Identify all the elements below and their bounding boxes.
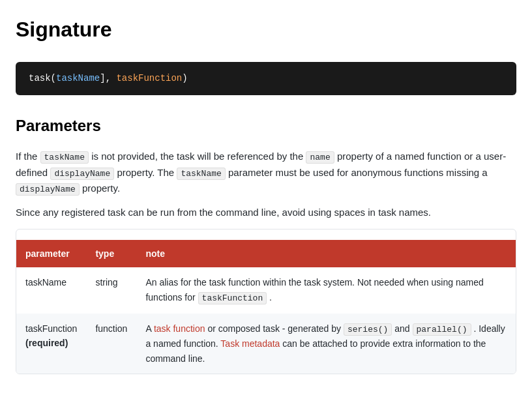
- task-metadata-link[interactable]: Task metadata: [220, 338, 280, 349]
- table-header: parameter type note: [16, 240, 516, 267]
- row2-note-mid: or composed task - generated by: [207, 323, 341, 334]
- params-table-container: parameter type note taskName string An a…: [16, 229, 516, 374]
- row2-param: taskFunction (required): [16, 314, 86, 374]
- description-line1: If the taskName is not provided, the tas…: [16, 149, 516, 197]
- col-note: note: [136, 240, 516, 267]
- desc-code-name: name: [306, 151, 334, 164]
- desc-code-taskname2: taskName: [177, 168, 225, 180]
- code-param2: taskFunction: [116, 73, 182, 83]
- signature-code-block: task(taskName], taskFunction): [16, 62, 516, 95]
- row2-note-mid2: and: [394, 323, 409, 334]
- row2-type: function: [86, 314, 136, 374]
- row2-note-code2: parallel(): [413, 323, 471, 336]
- parameters-heading: Parameters: [16, 113, 516, 138]
- description-block: If the taskName is not provided, the tas…: [16, 149, 516, 221]
- table-body: taskName string An alias for the task fu…: [16, 267, 516, 374]
- row1-note: An alias for the task function within th…: [136, 267, 516, 313]
- code-param1: taskName: [56, 73, 100, 83]
- row2-note-pre: A: [145, 323, 151, 334]
- desc-code-displayname2: displayName: [16, 183, 80, 196]
- table-row: taskName string An alias for the task fu…: [16, 267, 516, 313]
- row2-param-name: taskFunction: [25, 323, 77, 334]
- table-header-row: parameter type note: [16, 240, 516, 267]
- desc-mid1: is not provided, the task will be refere…: [91, 151, 303, 162]
- row2-note-code1: series(): [344, 323, 392, 336]
- row1-note-text: An alias for the task function within th…: [145, 277, 483, 302]
- task-function-link[interactable]: task function: [154, 323, 205, 334]
- col-type: type: [86, 240, 136, 267]
- code-separator: ],: [100, 73, 116, 83]
- table-row: taskFunction (required) function A task …: [16, 314, 516, 374]
- desc-post3: parameter must be used for anonymous fun…: [228, 167, 488, 178]
- row1-type: string: [86, 267, 136, 313]
- code-prefix: task(: [29, 73, 56, 83]
- row1-note-code: taskFunction: [198, 292, 267, 304]
- desc-code-taskname: taskName: [40, 151, 89, 164]
- desc-post2: property. The: [117, 167, 174, 178]
- signature-heading: Signature: [16, 13, 516, 46]
- desc-pre1: If the: [16, 151, 37, 162]
- row2-note: A task function or composed task - gener…: [136, 314, 516, 374]
- params-table: parameter type note taskName string An a…: [16, 240, 516, 374]
- row2-param-required: (required): [25, 336, 77, 350]
- desc-code-displayname1: displayName: [50, 168, 114, 180]
- desc-post4: property.: [82, 183, 120, 194]
- col-parameter: parameter: [16, 240, 86, 267]
- code-suffix: ): [182, 73, 187, 83]
- row1-note-post: .: [269, 292, 272, 303]
- description-line2: Since any registered task can be run fro…: [16, 205, 516, 221]
- row1-param: taskName: [16, 267, 86, 313]
